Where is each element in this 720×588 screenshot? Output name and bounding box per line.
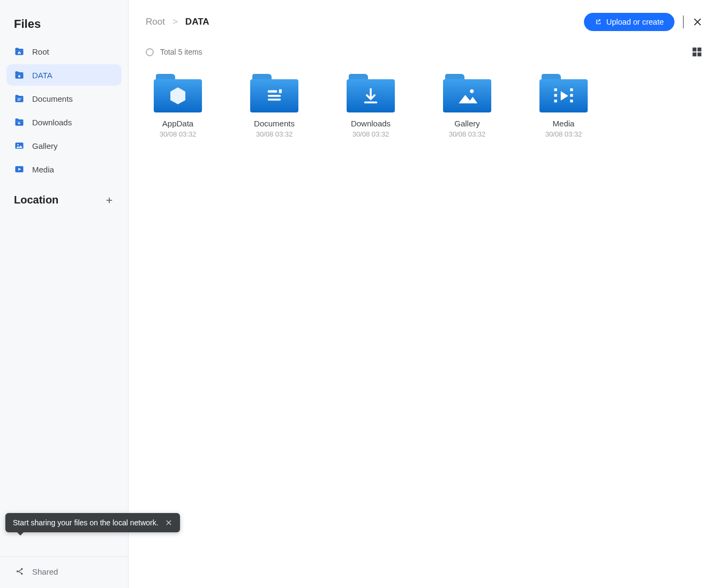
sidebar-item-data[interactable]: DATA <box>6 64 122 86</box>
folder-name: Gallery <box>454 119 480 128</box>
total-items-label: Total 5 items <box>160 48 202 56</box>
location-label: Location <box>14 194 58 206</box>
breadcrumb: Root > DATA <box>146 17 209 27</box>
svg-rect-24 <box>570 100 573 102</box>
breadcrumb-current: DATA <box>185 17 209 27</box>
gallery-folder-icon <box>443 74 491 112</box>
svg-rect-11 <box>693 52 696 56</box>
svg-rect-10 <box>698 48 701 51</box>
close-icon[interactable] <box>692 17 703 27</box>
shared-button[interactable]: Shared <box>6 557 122 584</box>
sidebar-item-downloads[interactable]: Downloads <box>6 111 122 133</box>
svg-point-18 <box>470 89 474 93</box>
add-location-icon[interactable] <box>104 195 114 205</box>
sidebar-item-root[interactable]: Root <box>6 41 122 62</box>
status-row: Total 5 items <box>146 46 703 58</box>
items-grid: AppData 30/08 03:32 Documents 30/08 03:3… <box>146 74 703 138</box>
svg-rect-14 <box>268 95 281 97</box>
sidebar-item-label: Media <box>32 165 54 174</box>
svg-rect-9 <box>693 48 696 51</box>
shared-label: Shared <box>32 567 58 576</box>
select-all-toggle[interactable] <box>146 48 154 56</box>
folder-date: 30/08 03:32 <box>545 130 582 138</box>
svg-point-0 <box>18 75 20 77</box>
view-grid-icon[interactable] <box>691 46 703 58</box>
main-panel: Root > DATA Upload or create Total 5 ite… <box>129 0 720 588</box>
folder-gallery[interactable]: Gallery 30/08 03:32 <box>435 74 499 138</box>
breadcrumb-sep: > <box>172 17 178 27</box>
share-icon <box>15 567 25 576</box>
folder-media[interactable]: Media 30/08 03:32 <box>531 74 596 138</box>
sidebar-item-label: DATA <box>32 71 52 80</box>
folder-appdata[interactable]: AppData 30/08 03:32 <box>146 74 210 138</box>
upload-label: Upload or create <box>606 18 664 26</box>
location-header: Location <box>6 182 122 213</box>
sidebar-item-label: Root <box>32 47 49 56</box>
svg-point-4 <box>17 144 19 146</box>
sidebar-item-documents[interactable]: Documents <box>6 88 122 109</box>
folder-date: 30/08 03:32 <box>256 130 293 138</box>
sidebar-item-label: Downloads <box>32 118 72 127</box>
folder-name: Documents <box>254 119 295 128</box>
svg-rect-12 <box>698 52 701 56</box>
data-folder-icon <box>14 70 25 80</box>
topbar-separator <box>683 16 684 28</box>
documents-folder-icon <box>250 74 298 112</box>
document-folder-icon <box>14 93 25 104</box>
svg-rect-2 <box>18 100 20 101</box>
sidebar-item-gallery[interactable]: Gallery <box>6 135 122 156</box>
tooltip-text: Start sharing your files on the local ne… <box>13 518 159 527</box>
breadcrumb-root[interactable]: Root <box>146 17 165 27</box>
folder-documents[interactable]: Documents 30/08 03:32 <box>242 74 306 138</box>
gallery-folder-icon <box>14 140 25 151</box>
svg-point-6 <box>17 570 18 572</box>
upload-icon <box>595 18 602 26</box>
svg-rect-15 <box>268 99 281 101</box>
folder-downloads[interactable]: Downloads 30/08 03:32 <box>339 74 403 138</box>
folder-name: Media <box>553 119 575 128</box>
sidebar-title: Files <box>6 13 122 41</box>
share-tooltip: Start sharing your files on the local ne… <box>5 513 180 532</box>
downloads-folder-icon <box>347 74 395 112</box>
svg-rect-17 <box>364 102 378 104</box>
home-folder-icon <box>14 46 25 57</box>
sidebar-item-label: Gallery <box>32 141 58 150</box>
svg-rect-21 <box>554 100 557 102</box>
upload-button[interactable]: Upload or create <box>584 13 674 31</box>
svg-rect-1 <box>18 99 21 99</box>
svg-rect-20 <box>554 94 557 97</box>
download-folder-icon <box>14 117 25 127</box>
svg-rect-23 <box>570 94 573 97</box>
svg-rect-13 <box>268 91 278 93</box>
tooltip-close-icon[interactable] <box>165 519 172 526</box>
media-folder-icon <box>539 74 588 112</box>
sidebar-item-label: Documents <box>32 94 73 103</box>
folder-name: AppData <box>162 119 193 128</box>
folder-date: 30/08 03:32 <box>160 130 197 138</box>
appdata-folder-icon <box>154 74 202 112</box>
folder-name: Downloads <box>351 119 391 128</box>
topbar: Root > DATA Upload or create <box>146 13 703 31</box>
svg-rect-19 <box>554 88 557 91</box>
svg-rect-22 <box>570 88 573 91</box>
svg-rect-16 <box>279 89 282 93</box>
folder-date: 30/08 03:32 <box>352 130 389 138</box>
media-folder-icon <box>14 164 25 175</box>
folder-date: 30/08 03:32 <box>449 130 486 138</box>
sidebar-item-media[interactable]: Media <box>6 159 122 180</box>
sidebar: Files Root DATA Documents Downloads Gall… <box>0 0 129 588</box>
